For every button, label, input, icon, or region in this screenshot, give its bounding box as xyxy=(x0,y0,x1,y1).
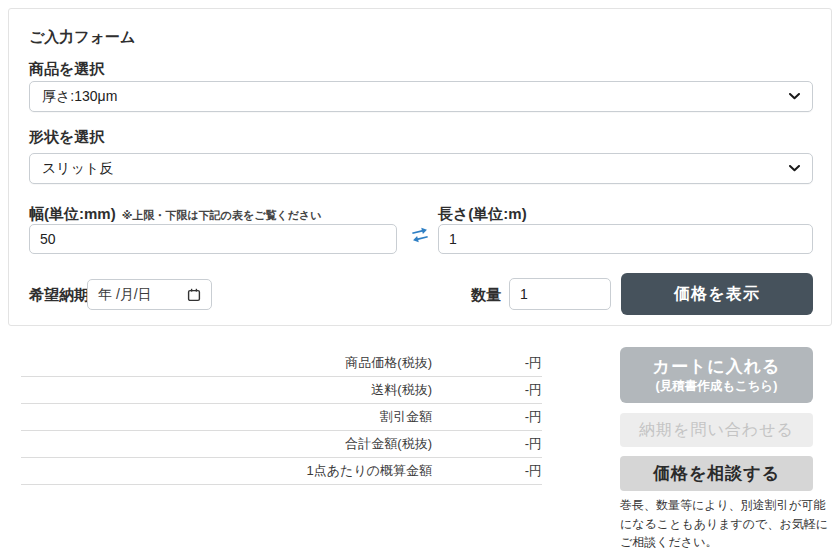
quantity-label: 数量 xyxy=(471,286,501,305)
table-row: 合計金額(税抜) -円 xyxy=(21,431,542,458)
width-field-note: ※上限・下限は下記の表をご覧ください xyxy=(122,208,322,223)
input-form-card: ご入力フォーム 商品を選択 厚さ:130μm 形状を選択 スリット反 幅(単位:… xyxy=(8,8,832,326)
delivery-date-label: 希望納期 xyxy=(29,286,89,305)
shape-select-label: 形状を選択 xyxy=(29,128,104,147)
swap-arrows-icon xyxy=(408,225,432,245)
price-row-value: -円 xyxy=(432,408,542,426)
price-row-label: 送料(税抜) xyxy=(21,381,432,399)
product-select[interactable]: 厚さ:130μm xyxy=(29,81,813,112)
table-row: 送料(税抜) -円 xyxy=(21,377,542,404)
discount-note: 巻長、数量等により、別途割引が可能になることもありますので、お気軽にご相談くださ… xyxy=(620,496,828,549)
shape-select-value: スリット反 xyxy=(42,160,113,178)
consult-price-button[interactable]: 価格を相談する xyxy=(620,456,813,491)
table-row: 1点あたりの概算金額 -円 xyxy=(21,458,542,485)
table-row: 割引金額 -円 xyxy=(21,404,542,431)
quote-page: ご入力フォーム 商品を選択 厚さ:130μm 形状を選択 スリット反 幅(単位:… xyxy=(0,0,840,549)
length-input[interactable] xyxy=(438,224,813,254)
width-input[interactable] xyxy=(29,224,397,254)
price-row-value: -円 xyxy=(432,354,542,372)
price-row-label: 1点あたりの概算金額 xyxy=(21,462,432,480)
price-row-value: -円 xyxy=(432,381,542,399)
add-to-cart-sublabel: (見積書作成もこちら) xyxy=(656,378,778,394)
price-summary-table: 商品価格(税抜) -円 送料(税抜) -円 割引金額 -円 合計金額(税抜) -… xyxy=(21,350,542,485)
table-row: 商品価格(税抜) -円 xyxy=(21,350,542,377)
product-select-value: 厚さ:130μm xyxy=(42,88,117,106)
chevron-down-icon xyxy=(789,93,800,100)
delivery-date-input[interactable]: 年 /月/日 xyxy=(87,279,212,310)
delivery-date-placeholder: 年 /月/日 xyxy=(98,286,152,304)
add-to-cart-button[interactable]: カートに入れる (見積書作成もこちら) xyxy=(620,347,813,403)
price-row-value: -円 xyxy=(432,435,542,453)
shape-select[interactable]: スリット反 xyxy=(29,153,813,184)
form-title: ご入力フォーム xyxy=(29,28,135,47)
price-row-label: 合計金額(税抜) xyxy=(21,435,432,453)
price-row-label: 割引金額 xyxy=(21,408,432,426)
ask-delivery-button[interactable]: 納期を問い合わせる xyxy=(620,413,813,447)
price-row-label: 商品価格(税抜) xyxy=(21,354,432,372)
add-to-cart-label: カートに入れる xyxy=(653,356,781,378)
length-field-label: 長さ(単位:m) xyxy=(438,205,527,224)
calendar-icon[interactable] xyxy=(187,288,201,302)
show-price-button[interactable]: 価格を表示 xyxy=(621,273,813,315)
chevron-down-icon xyxy=(789,165,800,172)
product-select-label: 商品を選択 xyxy=(29,60,104,79)
quantity-input[interactable] xyxy=(509,278,611,310)
price-row-value: -円 xyxy=(432,462,542,480)
width-field-label: 幅(単位:mm) xyxy=(29,205,116,224)
